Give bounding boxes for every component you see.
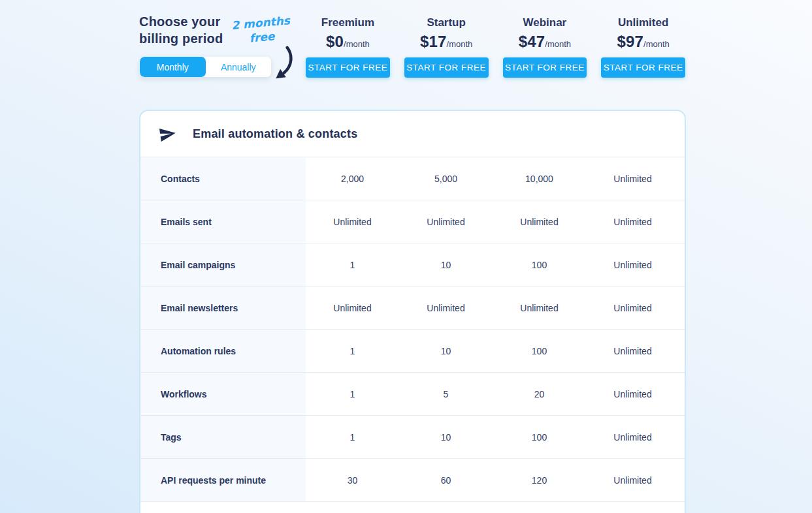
feature-table: Contacts 2,000 5,000 10,000 Unlimited Em… [140, 157, 685, 502]
feature-values: 1 5 20 Unlimited [306, 373, 685, 415]
plan-price-row: $97/month [601, 32, 685, 52]
feature-value-webinar: 20 [493, 373, 586, 415]
feature-value-startup: 10 [399, 243, 493, 286]
feature-value-unlimited: Unlimited [586, 416, 679, 458]
table-row: API requests per minute 30 60 120 Unlimi… [140, 459, 685, 502]
toggle-monthly-button[interactable]: Monthly [140, 57, 206, 77]
feature-value-startup: 5 [399, 373, 493, 415]
feature-label: Workflows [140, 373, 306, 415]
feature-label: Email campaigns [140, 243, 306, 286]
table-row: Email campaigns 1 10 100 Unlimited [140, 243, 685, 287]
plan-period: /month [643, 39, 670, 49]
feature-value-unlimited: Unlimited [586, 243, 679, 286]
feature-value-webinar: 100 [493, 416, 586, 458]
table-row: Email newsletters Unlimited Unlimited Un… [140, 287, 685, 330]
feature-value-unlimited: Unlimited [586, 330, 679, 372]
feature-values: 1 10 100 Unlimited [306, 330, 685, 372]
plan-columns: Freemium $0/month START FOR FREE Startup… [306, 16, 685, 78]
feature-label: Emails sent [140, 200, 306, 243]
table-row: Emails sent Unlimited Unlimited Unlimite… [140, 200, 685, 243]
feature-values: Unlimited Unlimited Unlimited Unlimited [306, 287, 685, 329]
feature-value-startup: 5,000 [399, 157, 493, 200]
feature-value-startup: 10 [399, 330, 493, 372]
plan-price: $97 [617, 33, 643, 50]
feature-label: Email newsletters [140, 287, 306, 329]
feature-label: Contacts [140, 157, 306, 200]
table-row: Tags 1 10 100 Unlimited [140, 416, 685, 459]
table-row: Automation rules 1 10 100 Unlimited [140, 330, 685, 373]
plan-column: Freemium $0/month START FOR FREE [306, 16, 390, 78]
plan-name: Unlimited [601, 16, 685, 30]
start-for-free-button[interactable]: START FOR FREE [404, 57, 489, 78]
billing-title-line2: billing period [139, 30, 223, 47]
feature-value-unlimited: Unlimited [586, 459, 679, 501]
feature-value-unlimited: Unlimited [586, 287, 679, 329]
billing-period-title: Choose your billing period [139, 13, 223, 47]
feature-value-unlimited: Unlimited [586, 157, 679, 200]
feature-section-header: Email automation & contacts [140, 111, 685, 157]
plan-price: $17 [420, 33, 447, 50]
start-for-free-button[interactable]: START FOR FREE [306, 57, 390, 78]
feature-values: 1 10 100 Unlimited [306, 243, 685, 286]
plan-price-row: $17/month [404, 32, 489, 52]
start-for-free-button[interactable]: START FOR FREE [503, 57, 587, 78]
feature-value-freemium: 30 [306, 459, 399, 501]
feature-value-webinar: Unlimited [493, 287, 586, 329]
feature-value-webinar: 10,000 [493, 157, 586, 200]
feature-value-startup: 10 [399, 416, 493, 458]
paper-plane-icon [157, 124, 177, 144]
promo-note: 2 months free [229, 13, 293, 47]
feature-value-freemium: 1 [306, 243, 399, 286]
feature-value-webinar: Unlimited [493, 200, 586, 243]
feature-value-freemium: Unlimited [306, 287, 399, 329]
table-row: Workflows 1 5 20 Unlimited [140, 373, 685, 416]
feature-value-unlimited: Unlimited [586, 200, 679, 243]
feature-value-unlimited: Unlimited [586, 373, 679, 415]
billing-title-line1: Choose your [139, 13, 223, 30]
feature-value-startup: Unlimited [399, 200, 493, 243]
plan-name: Freemium [306, 16, 390, 30]
plan-column: Startup $17/month START FOR FREE [404, 16, 489, 78]
start-for-free-button[interactable]: START FOR FREE [601, 57, 685, 78]
plan-price: $0 [326, 33, 344, 50]
feature-value-freemium: 2,000 [306, 157, 399, 200]
curved-arrow-icon [267, 46, 295, 84]
feature-values: 30 60 120 Unlimited [306, 459, 685, 501]
plan-price: $47 [519, 33, 545, 50]
feature-section-title: Email automation & contacts [193, 127, 357, 141]
feature-label: Automation rules [140, 330, 306, 372]
feature-values: 1 10 100 Unlimited [306, 416, 685, 458]
feature-value-startup: Unlimited [399, 287, 493, 329]
plan-period: /month [447, 39, 473, 49]
feature-value-webinar: 120 [493, 459, 586, 501]
plan-column: Webinar $47/month START FOR FREE [503, 16, 587, 78]
plan-period: /month [344, 39, 370, 49]
plan-name: Webinar [503, 16, 587, 30]
table-row: Contacts 2,000 5,000 10,000 Unlimited [140, 157, 685, 200]
feature-label: Tags [140, 416, 306, 458]
feature-values: Unlimited Unlimited Unlimited Unlimited [306, 200, 685, 243]
feature-value-freemium: 1 [306, 416, 399, 458]
plan-column: Unlimited $97/month START FOR FREE [601, 16, 685, 78]
toggle-annually-button[interactable]: Annually [206, 57, 272, 77]
billing-period-toggle[interactable]: Monthly Annually [140, 57, 271, 77]
feature-value-startup: 60 [399, 459, 493, 501]
feature-value-freemium: Unlimited [306, 200, 399, 243]
plan-price-row: $0/month [306, 32, 390, 52]
feature-values: 2,000 5,000 10,000 Unlimited [306, 157, 685, 200]
feature-value-freemium: 1 [306, 373, 399, 415]
feature-value-webinar: 100 [493, 330, 586, 372]
feature-label: API requests per minute [140, 459, 306, 501]
feature-comparison-card: Email automation & contacts Contacts 2,0… [139, 110, 686, 513]
plan-period: /month [545, 39, 571, 49]
feature-value-freemium: 1 [306, 330, 399, 372]
plan-name: Startup [404, 16, 489, 30]
feature-value-webinar: 100 [493, 243, 586, 286]
plan-price-row: $47/month [503, 32, 587, 52]
